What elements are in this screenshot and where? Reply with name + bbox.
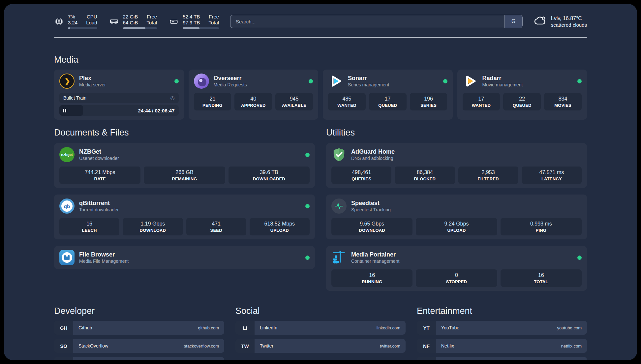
bookmark-group-entertainment: Entertainment YT YouTubeyoutube.com NF N… — [417, 306, 587, 360]
section-media: Media ❯ Plex Media server Bullet Train — [54, 55, 587, 120]
pause-icon[interactable] — [63, 109, 66, 112]
nzbget-link[interactable]: nzbget NZBGet Usenet downloader — [59, 147, 310, 162]
nzbget-card: nzbget NZBGet Usenet downloader 744.21 M… — [54, 143, 315, 188]
adguard-link[interactable]: AdGuard Home DNS and adblocking — [331, 147, 582, 162]
filebrowser-link[interactable]: File Browser Media File Management — [59, 250, 310, 265]
search-input[interactable] — [230, 15, 523, 28]
bookmark-group-social: Social LI LinkedInlinkedin.com TW Twitte… — [235, 306, 406, 360]
filebrowser-subtitle: Media File Management — [79, 258, 129, 264]
overseerr-card: Overseerr Media Requests 21PENDING 40APP… — [189, 70, 319, 120]
stat-box: 1.19 GbpsDOWNLOAD — [123, 218, 183, 235]
radarr-subtitle: Movie management — [482, 82, 523, 88]
stat-box: 21PENDING — [194, 93, 231, 110]
plex-now-playing: Bullet Train ◎ 24:44 / 02:06:47 — [59, 93, 179, 116]
portainer-link[interactable]: Media Portainer Container management — [331, 250, 582, 265]
filebrowser-title: File Browser — [79, 251, 129, 258]
documents-section-title: Documents & Files — [54, 128, 315, 138]
stat-box: 86,384BLOCKED — [395, 167, 455, 184]
overseerr-link[interactable]: Overseerr Media Requests — [194, 74, 313, 89]
stat-box: 39.6 TBDOWNLOADED — [229, 167, 310, 184]
cloud-icon — [534, 14, 547, 29]
media-section-title: Media — [54, 55, 587, 65]
system-stats: 7%3.24 CPULoad — [54, 14, 219, 29]
speedtest-link[interactable]: Speedtest Speedtest Tracking — [331, 198, 582, 214]
cpu-labels: CPULoad — [86, 14, 97, 26]
bookmark-reddit[interactable]: RE Redditreddit.com — [417, 357, 587, 360]
stat-box: 266 GBREMAINING — [144, 167, 225, 184]
plex-subtitle: Media server — [79, 82, 106, 88]
bookmark-github[interactable]: GH Githubgithub.com — [54, 321, 224, 335]
memory-labels: FreeTotal — [146, 14, 157, 26]
session-icon[interactable]: ◎ — [170, 95, 174, 101]
stat-box: 17WANTED — [463, 93, 500, 110]
weather-widget: Lviv, 16.87°C scattered clouds — [534, 14, 587, 29]
developer-section-title: Developer — [54, 306, 224, 316]
bookmark-dev[interactable]: DT DEVdev.to — [54, 357, 224, 360]
qbittorrent-link[interactable]: qb qBittorrent Torrent downloader — [59, 198, 310, 214]
bookmark-group-developer: Developer GH Githubgithub.com SO StackOv… — [54, 306, 224, 360]
speedtest-title: Speedtest — [351, 199, 391, 207]
sonarr-subtitle: Series management — [348, 82, 389, 88]
radarr-card: Radarr Movie management 17WANTED 22QUEUE… — [457, 70, 587, 120]
speedtest-subtitle: Speedtest Tracking — [351, 207, 391, 213]
overseerr-status-dot — [309, 79, 313, 83]
adguard-title: AdGuard Home — [351, 148, 395, 155]
radarr-link[interactable]: Radarr Movie management — [463, 74, 582, 89]
filebrowser-icon — [59, 250, 75, 265]
portainer-card: Media Portainer Container management 16R… — [326, 246, 587, 291]
stat-box: 0STOPPED — [416, 269, 497, 287]
search-bar: G — [230, 15, 523, 28]
bookmark-twitter[interactable]: TW Twittertwitter.com — [235, 339, 406, 353]
stat-box: 196SERIES — [410, 93, 447, 110]
stat-box: 40APPROVED — [234, 93, 272, 110]
now-playing-title: Bullet Train — [63, 95, 86, 101]
bookmark-youtube[interactable]: YT YouTubeyoutube.com — [417, 321, 587, 335]
speedtest-icon — [331, 198, 347, 214]
overseerr-icon — [194, 74, 209, 89]
bookmark-netflix[interactable]: NF Netflixnetflix.com — [417, 339, 587, 353]
cpu-stat: 7%3.24 CPULoad — [54, 14, 97, 29]
filebrowser-status-dot — [305, 256, 310, 260]
stat-box: 47.571 msLATENCY — [522, 167, 582, 184]
portainer-status-dot — [577, 256, 582, 260]
portainer-subtitle: Container management — [351, 258, 399, 264]
radarr-status-dot — [577, 79, 582, 83]
nzbget-status-dot — [305, 153, 310, 157]
plex-card: ❯ Plex Media server Bullet Train ◎ — [54, 70, 184, 120]
plex-title: Plex — [79, 75, 106, 82]
bookmark-stackoverflow[interactable]: SO StackOverflowstackoverflow.com — [54, 339, 224, 353]
social-section-title: Social — [235, 306, 406, 316]
utilities-section-title: Utilities — [326, 128, 587, 138]
overseerr-subtitle: Media Requests — [214, 82, 247, 88]
disk-labels: FreeTotal — [208, 14, 219, 26]
memory-progress-bar — [123, 27, 157, 29]
search-provider-button[interactable]: G — [504, 15, 522, 28]
section-documents: Documents & Files nzbget NZBGet Usenet d… — [54, 128, 315, 291]
nzbget-title: NZBGet — [79, 148, 119, 155]
nzbget-subtitle: Usenet downloader — [79, 155, 119, 161]
adguard-icon — [331, 147, 347, 162]
adguard-subtitle: DNS and adblocking — [351, 155, 395, 161]
cpu-progress-bar — [68, 27, 97, 29]
stat-box: 485WANTED — [328, 93, 366, 110]
stat-box: 834MOVIES — [544, 93, 582, 110]
nzbget-icon: nzbget — [59, 147, 75, 162]
plex-link[interactable]: ❯ Plex Media server — [59, 74, 179, 89]
bookmark-linkedin[interactable]: LI LinkedInlinkedin.com — [235, 321, 406, 335]
sonarr-link[interactable]: Sonarr Series management — [328, 74, 447, 89]
radarr-title: Radarr — [482, 75, 523, 82]
cpu-values: 7%3.24 — [68, 14, 77, 26]
sonarr-icon — [328, 74, 343, 89]
stat-box: 9.65 GbpsDOWNLOAD — [331, 218, 412, 235]
entertainment-section-title: Entertainment — [417, 306, 587, 316]
stat-box: 471SEED — [186, 218, 246, 235]
playback-bar[interactable]: 24:44 / 02:06:47 — [59, 105, 179, 116]
stat-box: 744.21 MbpsRATE — [59, 167, 140, 184]
stat-box: 17QUEUED — [369, 93, 407, 110]
plex-icon: ❯ — [59, 74, 75, 89]
overseerr-title: Overseerr — [214, 75, 247, 82]
stat-box: 945AVAILABLE — [275, 93, 313, 110]
qbittorrent-card: qb qBittorrent Torrent downloader 16LEEC… — [54, 195, 315, 239]
radarr-icon — [463, 74, 478, 89]
filebrowser-card: File Browser Media File Management — [54, 246, 315, 269]
